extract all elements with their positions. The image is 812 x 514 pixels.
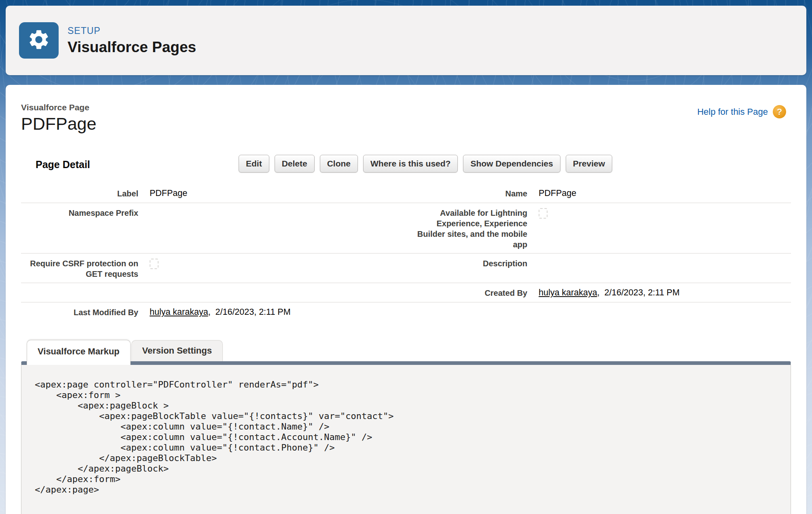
created-by-label: Created By: [410, 286, 539, 299]
label-field-value: PDFPage: [150, 187, 410, 199]
setup-eyebrow: SETUP: [68, 25, 196, 36]
section-title: Page Detail: [36, 159, 90, 171]
preview-button[interactable]: Preview: [566, 155, 612, 173]
show-dependencies-button[interactable]: Show Dependencies: [463, 155, 560, 173]
label-field-label: Label: [21, 187, 150, 199]
available-for-lightning-checkbox: [539, 208, 548, 219]
last-modified-by-value: hulya karakaya, 2/16/2023, 2:11 PM: [150, 306, 410, 318]
page-detail-table: Label PDFPage Name PDFPage Namespace Pre…: [21, 184, 791, 321]
namespace-prefix-value: [150, 206, 410, 250]
detail-row-created-by: Created By hulya karakaya, 2/16/2023, 2:…: [21, 283, 791, 303]
gear-icon: [27, 28, 51, 53]
available-for-lightning-label: Available for Lightning Experience, Expe…: [410, 206, 539, 250]
page-title: PDFPage: [21, 114, 96, 134]
visualforce-code: <apex:page controller="PDFController" re…: [21, 365, 791, 495]
csrf-protection-checkbox: [150, 259, 159, 269]
description-label: Description: [410, 257, 539, 279]
detail-row-last-modified: Last Modified By hulya karakaya, 2/16/20…: [21, 303, 791, 321]
content-card: Visualforce Page PDFPage Help for this P…: [6, 85, 806, 514]
detail-row-namespace-available: Namespace Prefix Available for Lightning…: [21, 203, 791, 254]
tab-visualforce-markup[interactable]: Visualforce Markup: [27, 340, 131, 365]
delete-button[interactable]: Delete: [275, 155, 315, 173]
last-modified-by-label: Last Modified By: [21, 306, 150, 318]
setup-header: SETUP Visualforce Pages: [6, 6, 806, 75]
created-by-value: hulya karakaya, 2/16/2023, 2:11 PM: [539, 286, 791, 299]
detail-row-csrf-description: Require CSRF protection on GET requests …: [21, 254, 791, 283]
detail-row-label-name: Label PDFPage Name PDFPage: [21, 184, 791, 203]
where-is-this-used-button[interactable]: Where is this used?: [363, 155, 458, 173]
namespace-prefix-label: Namespace Prefix: [21, 206, 150, 250]
tab-version-settings[interactable]: Version Settings: [131, 340, 223, 361]
name-field-label: Name: [410, 187, 539, 199]
csrf-protection-label: Require CSRF protection on GET requests: [21, 257, 150, 279]
visualforce-markup-panel: <apex:page controller="PDFController" re…: [21, 361, 791, 514]
entity-label: Visualforce Page: [21, 103, 96, 112]
salesforce-setup-page: SETUP Visualforce Pages Visualforce Page…: [0, 0, 812, 514]
setup-gear-tile: [19, 22, 59, 59]
last-modified-date: , 2/16/2023, 2:11 PM: [208, 307, 291, 317]
last-modified-user-link[interactable]: hulya karakaya: [150, 307, 208, 317]
help-question-icon[interactable]: ?: [773, 105, 786, 118]
description-value: [539, 257, 791, 279]
created-by-user-link[interactable]: hulya karakaya: [539, 288, 597, 297]
created-by-date: , 2/16/2023, 2:11 PM: [597, 288, 680, 297]
edit-button[interactable]: Edit: [239, 155, 269, 173]
markup-tabs: Visualforce Markup Version Settings: [21, 340, 791, 361]
clone-button[interactable]: Clone: [320, 155, 358, 173]
help-link[interactable]: Help for this Page: [697, 105, 768, 119]
name-field-value: PDFPage: [539, 187, 791, 199]
setup-title: Visualforce Pages: [68, 39, 196, 56]
top-button-bar: Edit Delete Clone Where is this used? Sh…: [21, 155, 791, 173]
